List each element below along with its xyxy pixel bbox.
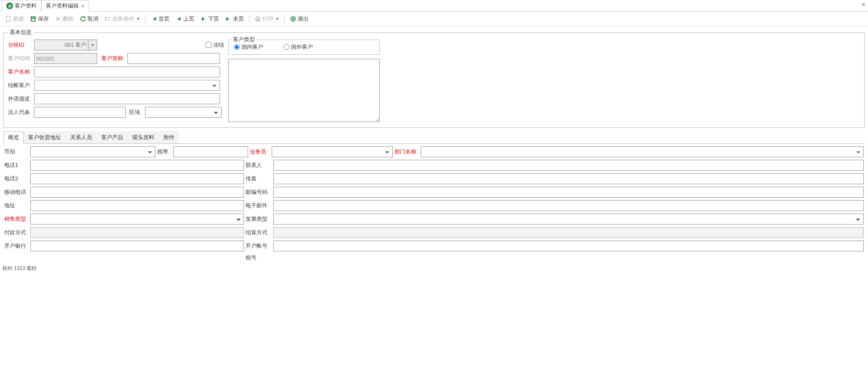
billcust-select[interactable] [34,80,220,91]
legalrep-input[interactable] [34,107,126,118]
first-button[interactable]: 首页 [148,14,172,24]
salesperson-select[interactable] [272,146,393,157]
mobile-label: 移动电话 [4,188,29,196]
next-button[interactable]: 下页 [198,14,222,24]
svg-rect-0 [6,16,10,21]
region-select[interactable] [145,107,222,118]
phone1-input[interactable] [30,160,244,171]
taxno-label: 税号 [246,254,272,262]
next-label: 下页 [208,15,219,23]
exit-label: 退出 [298,15,309,23]
notes-textarea[interactable] [228,59,380,122]
subtab-products[interactable]: 客户产品 [97,131,128,143]
svg-rect-4 [108,19,110,20]
dropdown-icon[interactable]: ▾ [88,40,97,50]
dropdown-icon: ▼ [275,17,279,21]
zipcode-input[interactable] [273,187,864,198]
phone2-input[interactable] [30,173,244,184]
custname-label: 客户名称 [8,68,32,76]
zipcode-label: 邮编号码 [246,188,272,196]
dropdown-icon: ▼ [136,17,140,21]
invoicetype-label: 发票类型 [246,215,272,223]
foreigndesc-label: 外语描述 [8,95,32,103]
radio-foreign-text: 国外客户 [291,43,313,51]
address-input[interactable] [30,200,244,211]
radio-foreign-label[interactable]: 国外客户 [283,43,313,51]
prev-label: 上页 [183,15,194,23]
toolbar: 新建 保存 删除 取消 业务操作 ▼ 首页 上页 下页 末页 打印 ▼ [0,12,868,26]
contact-input[interactable] [273,160,864,171]
shortname-input[interactable] [127,53,220,64]
bizop-label: 业务操作 [112,15,134,23]
bizop-button[interactable]: 业务操作 ▼ [102,14,143,24]
groupid-combo[interactable]: ▾ [34,40,97,50]
radio-foreign[interactable] [283,44,289,50]
last-button[interactable]: 末页 [222,14,246,24]
cancel-button[interactable]: 取消 [77,14,101,24]
subtab-bar: 概览 客户收货地址 关系人员 客户产品 唛头资料 附件 [3,131,865,144]
address-label: 地址 [4,202,29,209]
new-label: 新建 [13,15,24,23]
billcust-label: 结帐客户 [8,82,32,89]
foreigndesc-input[interactable] [34,93,220,104]
subtab-attach[interactable]: 附件 [159,131,179,143]
custname-input[interactable] [34,66,220,77]
print-button[interactable]: 打印 ▼ [252,14,282,24]
exit-button[interactable]: 退出 [287,14,311,24]
svg-rect-3 [108,17,110,18]
basic-info-fieldset: 基本信息 分组ID ▾ 冻结 客户代码 客户简称 [3,29,865,128]
paymethod-select [30,227,244,238]
account-input[interactable] [273,241,864,251]
custcode-input [34,53,97,64]
contact-label: 联系人 [246,161,272,169]
shortname-label: 客户简称 [101,55,126,62]
last-icon [225,16,232,22]
separator [249,15,249,23]
footer-status: 耗时 1313 毫秒 [0,264,868,273]
mobile-input[interactable] [30,187,244,198]
bank-label: 开户银行 [4,242,29,250]
radio-domestic-text: 国内客户 [241,43,263,51]
freeze-checkbox-label[interactable]: 冻结 [206,41,224,49]
save-button[interactable]: 保存 [27,14,51,24]
close-icon[interactable]: × [81,3,85,9]
window-close-icon[interactable]: × [862,1,865,8]
save-label: 保存 [38,15,49,23]
prev-icon [175,16,182,22]
print-icon [254,16,261,22]
subtab-shipaddr[interactable]: 客户收货地址 [24,131,66,143]
account-label: 开户帐号 [246,242,272,250]
tab-customer-data[interactable]: ⊕ 客户资料 [2,0,41,12]
delete-button[interactable]: 删除 [52,14,76,24]
subtab-contacts[interactable]: 关系人员 [66,131,97,143]
first-icon [151,16,157,22]
freeze-checkbox[interactable] [206,42,212,48]
subtab-overview[interactable]: 概览 [3,131,24,143]
prev-button[interactable]: 上页 [173,14,197,24]
separator [284,15,285,23]
paymethod-label: 付款方式 [4,229,29,236]
radio-domestic[interactable] [234,44,240,50]
app-icon: ⊕ [6,3,13,9]
invoicetype-select[interactable] [273,214,864,225]
new-button[interactable]: 新建 [3,14,26,24]
email-input[interactable] [273,200,864,211]
taxrate-input[interactable] [173,146,248,157]
salestype-select[interactable] [30,214,244,225]
currency-label: 币别 [4,148,29,156]
radio-domestic-label[interactable]: 国内客户 [234,43,263,51]
deptname-select[interactable] [421,146,864,157]
bank-input[interactable] [30,241,244,251]
salestype-label: 销售类型 [4,215,29,223]
salesperson-label: 业务员 [250,148,270,156]
subtab-marks[interactable]: 唛头资料 [128,131,159,143]
new-icon [5,16,12,22]
freeze-text: 冻结 [213,41,224,49]
exit-icon [290,16,296,22]
fax-input[interactable] [273,173,864,184]
tab-label: 客户资料 [15,2,37,10]
last-label: 末页 [233,15,244,23]
groupid-label: 分组ID [8,41,32,49]
currency-select[interactable] [30,146,156,157]
tab-customer-edit[interactable]: 客户资料编辑 × [41,0,89,12]
